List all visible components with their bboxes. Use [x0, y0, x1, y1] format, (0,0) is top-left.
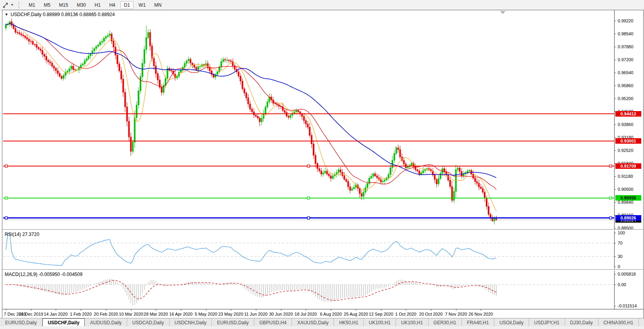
hline-price-tag: 0.91709: [615, 163, 641, 169]
axis-tick: [615, 189, 616, 190]
date-label: 6 Aug 2020: [320, 312, 342, 316]
date-label: 20 Feb 2020: [94, 312, 118, 316]
price-axis[interactable]: 0.99220 0.98540 0.97880 0.97200 0.96540 …: [614, 10, 643, 229]
symbol-tab-UK100-H1[interactable]: UK100,H1: [396, 318, 428, 327]
date-tick: [6, 309, 6, 311]
date-label: 7 Nov 2020: [445, 312, 467, 316]
date-tick: [356, 309, 356, 311]
chevron-down-icon[interactable]: ▼: [10, 1, 15, 9]
main-chart-panel[interactable]: ▼ USDCHF,Daily 0.88989 0.89136 0.88865 0…: [2, 10, 643, 229]
symbol-tab-USOil-Daily[interactable]: USOil,Daily: [494, 318, 529, 327]
symbol-tab-DJ30-Daily[interactable]: DJ30,Daily: [565, 318, 598, 327]
date-label: 26 Dec 2019: [19, 312, 43, 316]
date-tick: [156, 309, 156, 311]
symbol-tab-XAUUSD-Daily[interactable]: XAUUSD,Daily: [292, 318, 334, 327]
date-label: 1 Feb 2020: [70, 312, 92, 316]
axis-tick: [615, 233, 616, 233]
chart-dropdown-icon[interactable]: ▼: [5, 13, 8, 16]
symbol-tab-EURUSD-Daily[interactable]: EURUSD,Daily: [212, 318, 254, 327]
rsi-axis-label: 30: [618, 254, 622, 259]
chart-title-text: USDCHF,Daily 0.88989 0.89136 0.88865 0.8…: [11, 12, 115, 17]
candlestick-chart[interactable]: [3, 10, 614, 229]
cursor-tool-icon[interactable]: [1, 1, 10, 9]
date-tick: [481, 309, 481, 311]
timeframe-button-D1[interactable]: D1: [120, 1, 133, 9]
symbol-tab-USDCAD-Daily[interactable]: USDCAD,Daily: [127, 318, 170, 327]
rsi-chart[interactable]: [3, 230, 614, 269]
date-tick: [306, 309, 306, 311]
hline-handle: [5, 197, 7, 199]
symbol-tab-USDCHF-Daily[interactable]: USDCHF,Daily: [42, 318, 85, 327]
symbol-tab-EURUSD-Daily[interactable]: EURUSD,Daily: [0, 318, 42, 327]
date-tick: [81, 309, 81, 311]
rsi-panel[interactable]: RSI(14) 27.3720 100 70 30 0: [2, 230, 643, 269]
axis-tick: [615, 73, 616, 73]
date-label: 1 Oct 2020: [395, 312, 416, 316]
date-label: 28 Mar 2020: [144, 312, 168, 316]
symbol-tab-USOil-H[interactable]: USOil,H: [639, 318, 644, 327]
hline-handle: [609, 197, 612, 199]
date-tick: [231, 309, 231, 311]
symbol-tab-HK50-H1[interactable]: HK50,H1: [334, 318, 364, 327]
chart-shift-marker-icon[interactable]: [500, 11, 505, 14]
top-toolbar: ▼ M1M5M15M30H1H4D1W1MN: [0, 0, 644, 10]
date-tick: [206, 309, 206, 311]
date-tick: [406, 309, 406, 311]
axis-tick: [615, 243, 616, 243]
macd-chart[interactable]: [3, 271, 614, 309]
date-axis[interactable]: 7 Dec 2019 26 Dec 2019 14 Jan 2020 1 Feb…: [2, 309, 643, 318]
axis-tick: [615, 137, 616, 138]
symbol-tab-AUDUSD-Daily[interactable]: AUDUSD,Daily: [85, 318, 127, 327]
symbol-tab-CHINA300-H1[interactable]: CHINA300,H1: [598, 318, 639, 327]
status-strip: [0, 326, 644, 329]
macd-axis-label: 0.005818: [618, 272, 636, 276]
timeframe-button-H1[interactable]: H1: [91, 1, 104, 9]
axis-tick: [615, 176, 616, 177]
price-axis-label: 0.88500: [618, 226, 633, 229]
timeframe-button-M15[interactable]: M15: [55, 1, 71, 9]
symbol-tab-GER30-H1[interactable]: GER30,H1: [429, 318, 462, 327]
symbol-tab-UK100-H1[interactable]: UK100,H1: [364, 318, 396, 327]
rsi-label: RSI(14) 27.3720: [5, 232, 39, 237]
macd-panel[interactable]: MACD(12,26,9) -0.005950 -0.004509 0.0058…: [2, 271, 643, 309]
date-tick: [256, 309, 256, 311]
date-label: 16 Apr 2020: [169, 312, 192, 316]
axis-tick: [615, 285, 616, 285]
price-axis-label: 0.90500: [618, 187, 633, 192]
timeframe-button-M30[interactable]: M30: [73, 1, 89, 9]
date-label: 11 Jun 2020: [244, 312, 268, 316]
ma-8-line: [6, 24, 496, 211]
toolbar-grip: [18, 2, 21, 8]
ma-55-line: [6, 24, 496, 178]
macd-label: MACD(12,26,9) -0.005950 -0.004509: [5, 272, 82, 277]
symbol-tab-USDJPY-H1[interactable]: USDJPY,H1: [529, 318, 565, 327]
timeframe-button-M1[interactable]: M1: [25, 1, 39, 9]
timeframe-button-W1[interactable]: W1: [135, 1, 149, 9]
symbol-tab-GBPUSD-H4[interactable]: GBPUSD,H4: [254, 318, 292, 327]
hline-price-tag: 0.89026: [615, 215, 641, 221]
timeframe-button-H4[interactable]: H4: [106, 1, 119, 9]
hline-handle: [5, 217, 7, 219]
macd-axis-label: 0.00: [618, 282, 626, 287]
date-tick: [56, 309, 56, 311]
symbol-tab-FRA40-H1[interactable]: FRA40,H1: [462, 318, 494, 327]
symbol-tab-USDCNH-Daily[interactable]: USDCNH,Daily: [170, 318, 212, 327]
chart-window: ▼ USDCHF,Daily 0.88989 0.89136 0.88865 0…: [2, 10, 644, 318]
timeframe-button-MN[interactable]: MN: [151, 1, 165, 9]
date-label: 12 Sep 2020: [369, 312, 393, 316]
price-axis-label: 0.97200: [618, 57, 633, 62]
hline-handle: [609, 165, 612, 167]
axis-tick: [615, 21, 616, 21]
hline-price-tag: 0.94413: [615, 111, 641, 117]
macd-axis-label: -0.011514: [618, 303, 637, 308]
axis-tick: [615, 47, 616, 47]
date-tick: [381, 309, 381, 311]
date-tick: [331, 309, 331, 311]
axis-tick: [615, 228, 616, 228]
date-tick: [456, 309, 456, 311]
timeframe-button-M5[interactable]: M5: [40, 1, 54, 9]
date-tick: [281, 309, 281, 311]
price-axis-label: 0.97880: [618, 44, 633, 49]
ma-21-line: [6, 24, 496, 190]
axis-tick: [615, 34, 616, 34]
